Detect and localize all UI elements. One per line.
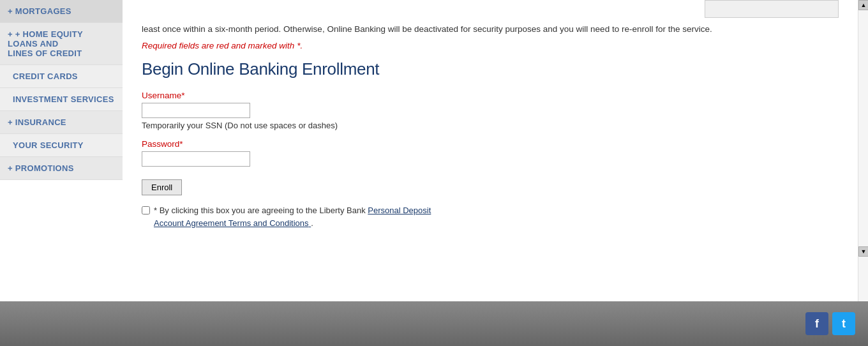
sidebar-item-label: CREDIT CARDS [13, 71, 78, 81]
sidebar-item-investment-services[interactable]: INVESTMENT SERVICES [0, 88, 123, 111]
top-notice: least once within a six-month period. Ot… [142, 20, 839, 36]
sidebar-item-your-security[interactable]: YOUR SECURITY [0, 134, 123, 157]
section-title: Begin Online Banking Enrollment [142, 59, 839, 79]
sidebar-item-insurance[interactable]: INSURANCE [0, 111, 123, 134]
sidebar-item-mortgages[interactable]: MORTGAGES [0, 0, 123, 23]
sidebar-item-label: + HOME EQUITY LOANS ANDLINES OF CREDIT [8, 29, 83, 58]
sidebar-item-label: PROMOTIONS [15, 163, 74, 173]
sidebar-item-label: YOUR SECURITY [13, 140, 84, 150]
password-label: Password* [142, 139, 839, 149]
main-content: least once within a six-month period. Ot… [123, 0, 858, 301]
sidebar-item-label: INSURANCE [15, 117, 66, 127]
social-icons: f t [805, 312, 855, 335]
sidebar-item-credit-cards[interactable]: CREDIT CARDS [0, 65, 123, 88]
scroll-up-button[interactable]: ▲ [858, 0, 868, 10]
sidebar-item-promotions[interactable]: PROMOTIONS [0, 157, 123, 180]
sidebar-item-home-equity[interactable]: + HOME EQUITY LOANS ANDLINES OF CREDIT [0, 23, 123, 65]
sidebar-item-label: INVESTMENT SERVICES [13, 94, 114, 104]
username-label: Username* [142, 91, 839, 100]
twitter-icon[interactable]: t [832, 312, 855, 335]
username-input[interactable] [142, 103, 250, 118]
agreement-checkbox[interactable] [142, 206, 150, 214]
info-box [705, 0, 839, 18]
scrollbar[interactable]: ▲ ▼ [858, 0, 868, 301]
facebook-icon[interactable]: f [805, 312, 828, 335]
sidebar-item-label: MORTGAGES [15, 6, 71, 16]
agreement-text: * By clicking this box you are agreeing … [154, 204, 461, 229]
enroll-button[interactable]: Enroll [142, 179, 182, 195]
required-notice: Required fields are red and marked with … [142, 41, 839, 50]
username-hint: Temporarily your SSN (Do not use spaces … [142, 121, 839, 130]
password-input[interactable] [142, 151, 250, 167]
agreement-row: * By clicking this box you are agreeing … [142, 204, 461, 229]
sidebar: MORTGAGES + HOME EQUITY LOANS ANDLINES O… [0, 0, 123, 301]
footer: f t [0, 301, 868, 346]
scroll-down-button[interactable]: ▼ [858, 246, 868, 257]
